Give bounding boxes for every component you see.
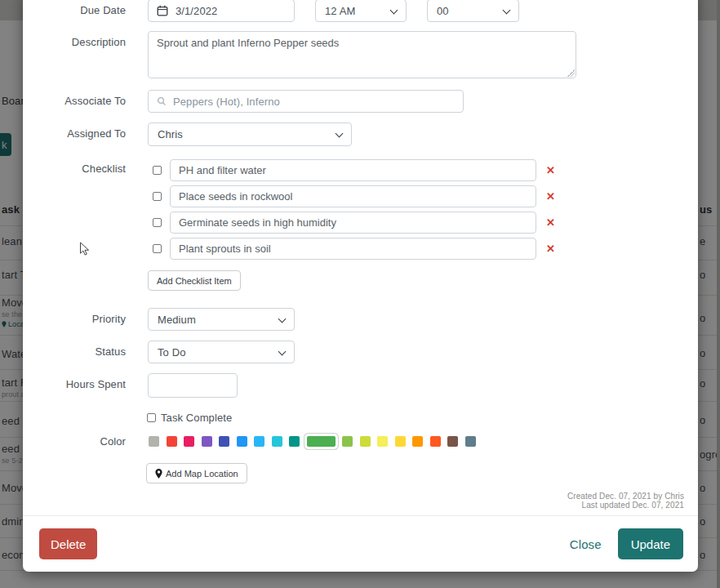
assigned-to-select[interactable]: Chris xyxy=(148,122,352,146)
add-map-location-label: Add Map Location xyxy=(166,469,238,479)
remove-checklist-item-button[interactable]: ✕ xyxy=(546,243,555,255)
checklist-item-row: ✕ xyxy=(148,185,555,207)
add-checklist-item-button[interactable]: Add Checklist Item xyxy=(148,270,241,291)
map-row: Add Map Location xyxy=(36,463,685,483)
description-input[interactable]: Sprout and plant Inferno Pepper seeds xyxy=(148,31,576,78)
associate-to-input[interactable]: Peppers (Hot), Inferno xyxy=(148,90,464,113)
checklist-item-input[interactable] xyxy=(170,185,536,207)
hours-spent-label: Hours Spent xyxy=(36,373,126,390)
due-hour-value: 12 AM xyxy=(325,5,355,17)
map-spacer xyxy=(36,463,126,468)
color-row: Color xyxy=(36,434,685,449)
status-value: To Do xyxy=(158,346,185,359)
checklist-items: ✕✕✕✕ xyxy=(148,159,555,260)
update-button[interactable]: Update xyxy=(618,528,683,559)
status-row: Status To Do xyxy=(36,341,685,363)
modal-body: Due Date 3/1/2022 12 AM xyxy=(23,0,698,510)
description-wrap: Sprout and plant Inferno Pepper seeds xyxy=(148,31,576,78)
associate-to-value: Peppers (Hot), Inferno xyxy=(173,96,280,108)
checklist-item-input[interactable] xyxy=(170,159,536,181)
priority-value: Medium xyxy=(158,314,196,326)
edit-task-modal: Due Date 3/1/2022 12 AM xyxy=(23,0,698,572)
color-swatch[interactable] xyxy=(219,436,229,447)
priority-label: Priority xyxy=(36,308,126,325)
created-text: Created Dec. 07, 2021 by Chris xyxy=(36,492,684,501)
checklist-item-input[interactable] xyxy=(170,212,536,234)
checklist-item-checkbox[interactable] xyxy=(153,244,162,253)
color-swatch[interactable] xyxy=(237,436,247,447)
checklist-item-checkbox[interactable] xyxy=(153,218,162,227)
color-swatch[interactable] xyxy=(272,436,282,447)
status-select[interactable]: To Do xyxy=(148,341,295,363)
checklist-item-input[interactable] xyxy=(170,238,536,260)
task-complete-row: Task Complete xyxy=(36,412,685,424)
color-label: Color xyxy=(36,434,126,448)
chevron-down-icon xyxy=(278,348,287,356)
due-hour-select[interactable]: 12 AM xyxy=(315,0,407,22)
calendar-icon xyxy=(157,5,168,16)
assigned-to-label: Assigned To xyxy=(36,122,126,140)
modal-footer: Delete Close Update xyxy=(23,515,698,572)
color-swatch[interactable] xyxy=(342,436,353,447)
color-swatch[interactable] xyxy=(149,436,159,447)
color-swatch[interactable] xyxy=(184,436,194,447)
due-minute-value: 00 xyxy=(437,5,449,17)
task-complete-checkbox[interactable] xyxy=(147,413,156,422)
color-swatch[interactable] xyxy=(167,436,177,447)
assigned-to-value: Chris xyxy=(158,128,183,140)
task-complete-control: Task Complete xyxy=(147,412,232,424)
due-minute-select[interactable]: 00 xyxy=(427,0,519,22)
description-row: Description Sprout and plant Inferno Pep… xyxy=(36,31,685,78)
map-pin-icon xyxy=(155,469,162,479)
remove-checklist-item-button[interactable]: ✕ xyxy=(546,216,555,229)
due-date-row: Due Date 3/1/2022 12 AM xyxy=(36,0,685,22)
description-label: Description xyxy=(36,31,126,48)
updated-text: Last updated Dec. 07, 2021 xyxy=(36,501,684,510)
due-date-controls: 3/1/2022 12 AM 00 xyxy=(148,0,519,22)
remove-checklist-item-button[interactable]: ✕ xyxy=(546,164,555,176)
color-swatch[interactable] xyxy=(412,436,423,447)
remove-checklist-item-button[interactable]: ✕ xyxy=(546,190,555,203)
assigned-to-row: Assigned To Chris xyxy=(36,122,685,146)
priority-select[interactable]: Medium xyxy=(148,308,295,331)
checklist-label: Checklist xyxy=(36,159,126,175)
color-swatch[interactable] xyxy=(360,436,371,447)
hours-spent-input[interactable] xyxy=(148,373,238,398)
task-complete-spacer xyxy=(36,412,126,416)
color-swatches xyxy=(149,434,476,449)
color-swatch[interactable] xyxy=(307,436,336,447)
checklist-item-row: ✕ xyxy=(148,212,555,234)
color-swatch[interactable] xyxy=(254,436,264,447)
priority-row: Priority Medium xyxy=(36,308,685,331)
add-map-location-button[interactable]: Add Map Location xyxy=(146,463,247,483)
chevron-down-icon xyxy=(278,315,287,323)
delete-button[interactable]: Delete xyxy=(39,528,97,559)
search-icon xyxy=(157,96,167,106)
close-button[interactable]: Close xyxy=(570,537,602,551)
color-swatch[interactable] xyxy=(447,436,458,447)
due-date-input[interactable]: 3/1/2022 xyxy=(148,0,295,22)
screen: Boarask Nleantart TMovese theLocatWatert… xyxy=(0,0,720,588)
color-swatch[interactable] xyxy=(289,436,300,447)
status-label: Status xyxy=(36,341,126,358)
checklist-row: Checklist ✕✕✕✕ Add Checklist Item xyxy=(36,159,685,291)
checklist-item-checkbox[interactable] xyxy=(153,166,162,175)
hours-spent-row: Hours Spent xyxy=(36,373,685,398)
color-swatch[interactable] xyxy=(377,436,388,447)
checklist-item-row: ✕ xyxy=(148,159,555,181)
color-swatch[interactable] xyxy=(202,436,212,447)
associate-to-row: Associate To Peppers (Hot), Inferno xyxy=(36,90,685,113)
checklist-item-checkbox[interactable] xyxy=(153,192,162,201)
chevron-down-icon xyxy=(503,7,511,15)
color-swatch[interactable] xyxy=(430,436,441,447)
checklist-controls: ✕✕✕✕ Add Checklist Item xyxy=(148,159,555,291)
record-meta: Created Dec. 07, 2021 by Chris Last upda… xyxy=(36,492,684,510)
resize-grip-icon[interactable] xyxy=(567,69,575,77)
color-swatch[interactable] xyxy=(395,436,406,447)
checklist-item-row: ✕ xyxy=(148,238,555,260)
associate-to-label: Associate To xyxy=(36,90,126,107)
chevron-down-icon xyxy=(336,130,344,138)
color-swatch[interactable] xyxy=(465,436,476,447)
due-date-label: Due Date xyxy=(36,0,126,16)
mouse-cursor xyxy=(79,242,90,256)
